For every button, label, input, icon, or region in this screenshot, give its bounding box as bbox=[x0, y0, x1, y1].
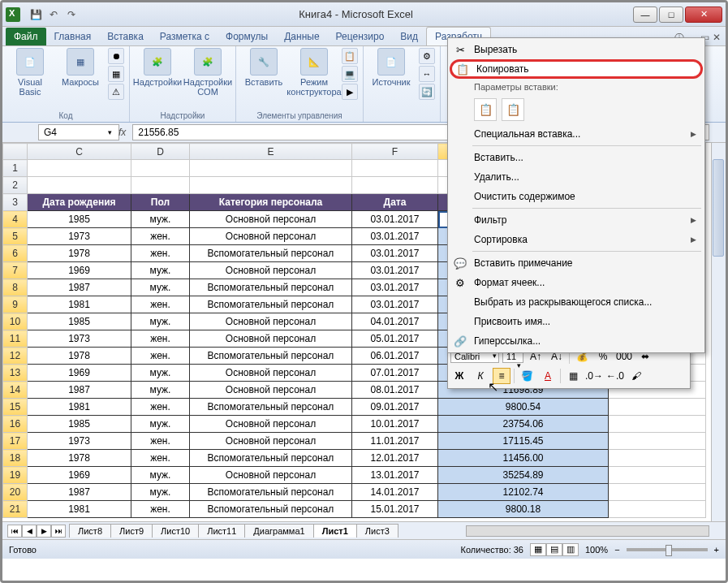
cell[interactable] bbox=[609, 399, 706, 416]
col-header-d[interactable]: D bbox=[131, 144, 190, 160]
cell[interactable]: 13.01.2017 bbox=[352, 467, 438, 484]
row-header[interactable]: 7 bbox=[3, 262, 28, 279]
cell[interactable]: Вспомогательный персонал bbox=[190, 399, 352, 416]
zoom-out-icon[interactable]: − bbox=[614, 545, 619, 555]
cell[interactable] bbox=[609, 416, 706, 433]
header-cell[interactable]: Категория персонала bbox=[190, 194, 352, 211]
cell[interactable]: 35254.89 bbox=[438, 467, 609, 484]
cell[interactable]: 23754.06 bbox=[438, 416, 609, 433]
cell[interactable]: Вспомогательный персонал bbox=[190, 450, 352, 467]
cell[interactable]: жен. bbox=[131, 501, 190, 518]
col-header-c[interactable]: C bbox=[28, 144, 131, 160]
cell[interactable]: 15.01.2017 bbox=[352, 501, 438, 518]
header-cell[interactable]: Пол bbox=[131, 194, 190, 211]
zoom-slider[interactable] bbox=[627, 548, 708, 551]
row-header[interactable]: 4 bbox=[3, 211, 28, 228]
macros-button[interactable]: ▦Макросы bbox=[58, 48, 103, 87]
cell[interactable]: 12.01.2017 bbox=[352, 450, 438, 467]
horizontal-scrollbar[interactable] bbox=[466, 525, 709, 537]
visual-basic-button[interactable]: 📄Visual Basic bbox=[7, 48, 53, 97]
cell[interactable]: 9800.54 bbox=[438, 399, 609, 416]
ctx-hyperlink[interactable]: 🔗Гиперссылка... bbox=[450, 331, 703, 351]
row-header[interactable]: 12 bbox=[3, 348, 28, 365]
cell[interactable]: 1969 bbox=[28, 262, 131, 279]
tab-home[interactable]: Главная bbox=[46, 28, 100, 45]
map-props-icon[interactable]: ⚙ bbox=[419, 48, 435, 64]
sheet-tab[interactable]: Лист8 bbox=[69, 524, 111, 538]
cell[interactable]: Вспомогательный персонал bbox=[190, 296, 352, 313]
cell[interactable]: 1973 bbox=[28, 433, 131, 450]
cell[interactable]: Основной персонал bbox=[190, 211, 352, 228]
cell[interactable]: Основной персонал bbox=[190, 228, 352, 245]
row-header[interactable]: 11 bbox=[3, 330, 28, 348]
cell[interactable]: 1969 bbox=[28, 467, 131, 484]
cell[interactable]: Основной персонал bbox=[190, 365, 352, 382]
row-header[interactable]: 20 bbox=[3, 484, 28, 501]
cell[interactable]: 08.01.2017 bbox=[352, 382, 438, 399]
tab-layout[interactable]: Разметка с bbox=[152, 28, 218, 45]
row-header[interactable]: 18 bbox=[3, 450, 28, 467]
sheet-tab[interactable]: Диаграмма1 bbox=[244, 524, 313, 538]
save-button[interactable]: 💾 bbox=[28, 7, 43, 22]
sheet-nav-next-icon[interactable]: ▶ bbox=[37, 525, 51, 538]
cell[interactable]: 1981 bbox=[28, 296, 131, 313]
redo-button[interactable]: ↷ bbox=[64, 7, 79, 22]
name-box-dropdown-icon[interactable]: ▾ bbox=[108, 128, 112, 136]
relative-ref-icon[interactable]: ▦ bbox=[108, 66, 124, 82]
row-header[interactable]: 8 bbox=[3, 279, 28, 296]
cell[interactable]: 03.01.2017 bbox=[352, 279, 438, 296]
cell[interactable]: 12102.74 bbox=[438, 484, 609, 501]
cell[interactable]: жен. bbox=[131, 245, 190, 262]
sheet-tab[interactable]: Лист9 bbox=[110, 524, 153, 538]
ctx-insert-comment[interactable]: 💬Вставить примечание bbox=[450, 253, 703, 273]
mini-font-color-icon[interactable]: A bbox=[539, 368, 557, 384]
row-header[interactable]: 2 bbox=[3, 177, 28, 194]
zoom-in-icon[interactable]: + bbox=[714, 545, 719, 555]
ctx-format-cells[interactable]: ⚙Формат ячеек... bbox=[450, 273, 703, 292]
view-normal-icon[interactable]: ▦ bbox=[530, 543, 546, 556]
ctx-cut[interactable]: ✂Вырезать bbox=[450, 40, 703, 59]
cell[interactable] bbox=[609, 501, 706, 518]
view-page-break-icon[interactable]: ▥ bbox=[562, 543, 579, 556]
ctx-sort[interactable]: Сортировка▶ bbox=[450, 230, 703, 249]
ctx-pick-from-list[interactable]: Выбрать из раскрывающегося списка... bbox=[450, 292, 703, 312]
design-mode-button[interactable]: 📐Режим конструктора bbox=[291, 48, 337, 97]
row-header[interactable]: 5 bbox=[3, 228, 28, 245]
cell[interactable]: 11.01.2017 bbox=[352, 433, 438, 450]
cell[interactable]: жен. bbox=[131, 399, 190, 416]
ctx-copy[interactable]: 📋Копировать bbox=[450, 59, 703, 79]
cell[interactable]: жен. bbox=[131, 228, 190, 245]
cell[interactable]: 03.01.2017 bbox=[352, 245, 438, 262]
cell[interactable]: жен. bbox=[131, 433, 190, 450]
ctx-clear[interactable]: Очистить содержимое bbox=[450, 187, 703, 206]
cell[interactable]: 1985 bbox=[28, 313, 131, 330]
row-header[interactable]: 16 bbox=[3, 416, 28, 433]
cell[interactable]: муж. bbox=[131, 262, 190, 279]
cell[interactable] bbox=[609, 484, 706, 501]
cell[interactable]: 1981 bbox=[28, 501, 131, 518]
cell[interactable]: 1981 bbox=[28, 399, 131, 416]
zoom-level[interactable]: 100% bbox=[585, 545, 608, 555]
tab-file[interactable]: Файл bbox=[6, 28, 46, 45]
scrollbar-thumb[interactable] bbox=[713, 159, 724, 257]
cell[interactable]: Основной персонал bbox=[190, 433, 352, 450]
row-header[interactable]: 13 bbox=[3, 365, 28, 382]
cell[interactable]: 03.01.2017 bbox=[352, 211, 438, 228]
cell[interactable]: 14.01.2017 bbox=[352, 484, 438, 501]
mini-fill-color-icon[interactable]: 🪣 bbox=[518, 368, 536, 384]
cell[interactable]: Вспомогательный персонал bbox=[190, 348, 352, 365]
cell[interactable]: Основной персонал bbox=[190, 416, 352, 433]
name-box[interactable]: G4 bbox=[38, 124, 119, 140]
cell[interactable]: 1987 bbox=[28, 382, 131, 399]
cell[interactable]: Основной персонал bbox=[190, 262, 352, 279]
paste-option-formulas-icon[interactable]: 📋 bbox=[502, 98, 524, 121]
run-dialog-icon[interactable]: ▶ bbox=[342, 84, 358, 100]
cell[interactable]: 1985 bbox=[28, 416, 131, 433]
insert-control-button[interactable]: 🔧Вставить bbox=[241, 48, 286, 87]
expansion-icon[interactable]: ↔ bbox=[419, 66, 435, 82]
cell[interactable]: Вспомогательный персонал bbox=[190, 245, 352, 262]
mini-center-align-button[interactable]: ≡ bbox=[493, 368, 510, 384]
cell[interactable]: 06.01.2017 bbox=[352, 348, 438, 365]
cell[interactable]: 17115.45 bbox=[438, 433, 609, 450]
cell[interactable]: 11456.00 bbox=[438, 450, 609, 467]
